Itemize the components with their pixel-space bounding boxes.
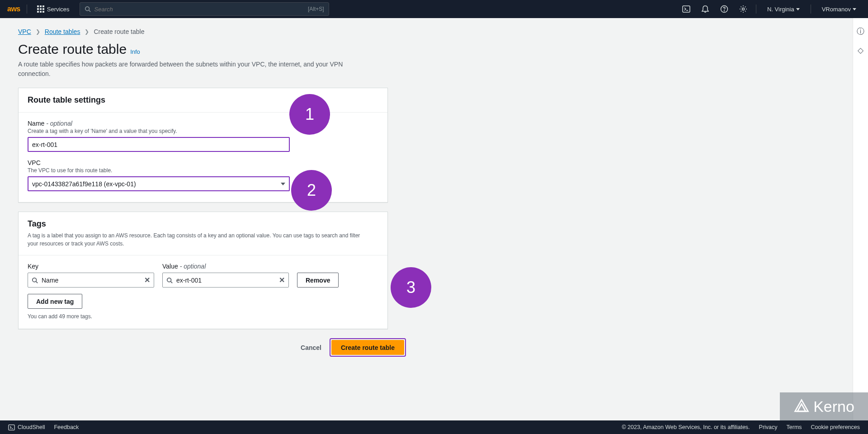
name-field-help: Create a tag with a key of 'Name' and a … xyxy=(28,128,378,134)
main-content: VPC ❯ Route tables ❯ Create route table … xyxy=(0,18,868,357)
vpc-select[interactable]: vpc-01433827a61f9e118 (ex-vpc-01) xyxy=(28,176,290,191)
right-side-rail: ⓘ ◇ xyxy=(853,18,868,420)
svg-point-7 xyxy=(742,8,744,10)
grid-icon xyxy=(37,5,44,13)
nav-separator xyxy=(756,5,756,14)
search-input[interactable] xyxy=(94,6,304,13)
tag-key-label: Key xyxy=(28,263,154,270)
name-input[interactable]: ex-rt-001 xyxy=(28,137,290,152)
chevron-right-icon: ❯ xyxy=(36,28,40,35)
diagnostics-icon[interactable]: ◇ xyxy=(858,46,863,55)
chevron-down-icon xyxy=(281,183,285,185)
svg-line-11 xyxy=(171,281,173,283)
feedback-link[interactable]: Feedback xyxy=(54,424,79,430)
services-label: Services xyxy=(47,6,70,13)
search-icon xyxy=(85,6,91,12)
footer-bar: CloudShell Feedback © 2023, Amazon Web S… xyxy=(0,420,868,434)
tag-key-input[interactable]: Name ✕ xyxy=(28,273,154,288)
notifications-icon[interactable] xyxy=(699,5,712,13)
cloudshell-icon[interactable] xyxy=(680,5,693,13)
tags-description: A tag is a label that you assign to an A… xyxy=(28,231,371,248)
global-search[interactable]: [Alt+S] xyxy=(80,2,329,16)
svg-point-6 xyxy=(724,11,724,11)
help-icon[interactable] xyxy=(718,5,731,13)
info-link[interactable]: Info xyxy=(130,48,140,55)
svg-point-8 xyxy=(33,278,37,282)
svg-point-10 xyxy=(167,278,171,282)
search-icon xyxy=(32,277,38,283)
top-nav: aws Services [Alt+S] N. Virginia VRomano… xyxy=(0,0,868,18)
breadcrumb-route-tables[interactable]: Route tables xyxy=(45,28,80,35)
vpc-field-help: The VPC to use for this route table. xyxy=(28,167,378,174)
terms-link[interactable]: Terms xyxy=(787,424,802,430)
cloudshell-link[interactable]: CloudShell xyxy=(8,424,45,431)
settings-heading: Route table settings xyxy=(28,95,378,105)
add-new-tag-button[interactable]: Add new tag xyxy=(28,294,82,309)
svg-point-0 xyxy=(85,7,89,11)
info-panel-icon[interactable]: ⓘ xyxy=(857,26,864,37)
kerno-logo-icon xyxy=(793,398,810,415)
privacy-link[interactable]: Privacy xyxy=(759,424,778,430)
aws-logo[interactable]: aws xyxy=(7,5,20,13)
route-table-settings-panel: Route table settings Name - optional Cre… xyxy=(18,88,388,203)
cookie-preferences-link[interactable]: Cookie preferences xyxy=(811,424,860,430)
tags-panel: Tags A tag is a label that you assign to… xyxy=(18,212,388,329)
svg-line-9 xyxy=(36,281,38,283)
name-field-label: Name - optional xyxy=(28,120,378,127)
tag-limit-note: You can add 49 more tags. xyxy=(28,313,378,320)
remove-tag-button[interactable]: Remove xyxy=(297,273,339,288)
chevron-right-icon: ❯ xyxy=(85,28,89,35)
kerno-watermark: Kerno xyxy=(780,392,868,420)
action-row: Cancel Create route table xyxy=(18,338,406,357)
create-route-table-button[interactable]: Create route table xyxy=(331,340,404,355)
tag-value-label: Value - optional xyxy=(162,263,289,270)
account-menu[interactable]: VRomanov xyxy=(817,6,861,13)
caret-down-icon xyxy=(796,8,800,10)
search-shortcut-hint: [Alt+S] xyxy=(308,6,324,12)
page-subtitle: A route table specifies how packets are … xyxy=(18,60,371,79)
services-menu[interactable]: Services xyxy=(33,4,73,14)
page-title: Create route table xyxy=(18,42,127,57)
breadcrumb-vpc[interactable]: VPC xyxy=(18,28,31,35)
search-icon xyxy=(166,277,173,283)
clear-icon[interactable]: ✕ xyxy=(279,276,285,284)
clear-icon[interactable]: ✕ xyxy=(144,276,150,284)
nav-separator xyxy=(811,5,811,14)
caret-down-icon xyxy=(853,8,856,10)
tag-value-input[interactable]: ex-rt-001 ✕ xyxy=(162,273,289,288)
tags-heading: Tags xyxy=(28,219,378,229)
settings-icon[interactable] xyxy=(737,5,750,13)
breadcrumb-current: Create route table xyxy=(94,28,144,35)
svg-line-1 xyxy=(89,10,90,12)
copyright-text: © 2023, Amazon Web Services, Inc. or its… xyxy=(622,424,750,430)
nav-separator xyxy=(27,5,27,14)
svg-marker-14 xyxy=(795,400,808,411)
cancel-button[interactable]: Cancel xyxy=(301,344,321,351)
region-selector[interactable]: N. Virginia xyxy=(763,6,804,13)
breadcrumb: VPC ❯ Route tables ❯ Create route table xyxy=(18,28,850,35)
vpc-field-label: VPC xyxy=(28,159,378,166)
